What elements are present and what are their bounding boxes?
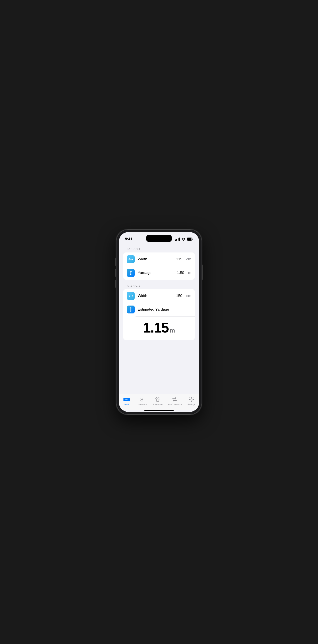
width-tab-icon: [123, 396, 130, 403]
fabric1-width-row[interactable]: Width 115 cm: [123, 252, 195, 266]
fabric2-estimated-icon-box: [127, 306, 135, 314]
svg-rect-2: [187, 238, 192, 240]
tab-settings[interactable]: Settings: [185, 396, 198, 406]
settings-tab-icon: [188, 396, 195, 403]
phone-device: 9:41: [116, 230, 202, 414]
fabric2-section-label: FABRIC 2: [123, 284, 195, 287]
tab-allocation-label: Allocation: [153, 404, 162, 406]
fabric2-width-unit: cm: [186, 294, 191, 298]
svg-rect-17: [126, 399, 127, 400]
tab-unit-conversion[interactable]: Unit Conversion: [167, 396, 182, 406]
fabric1-width-icon-box: [127, 255, 135, 263]
svg-rect-14: [124, 399, 124, 400]
svg-rect-20: [129, 399, 129, 400]
tab-width[interactable]: Width: [120, 396, 133, 406]
fabric2-width-value: 150: [176, 294, 182, 298]
fabric2-width-label: Width: [138, 294, 173, 298]
dynamic-island: [146, 235, 172, 242]
tab-width-label: Width: [124, 404, 130, 406]
fabric1-card: Width 115 cm Yardage 1.50 m: [123, 252, 195, 280]
main-content: FABRIC 1 Width 115 cm: [119, 243, 199, 394]
svg-point-22: [190, 399, 192, 400]
tab-bar: Width $ Monetary Alloc: [119, 394, 199, 410]
battery-icon: [187, 238, 193, 240]
tab-allocation[interactable]: Allocation: [151, 396, 164, 406]
unit-conversion-tab-icon: [171, 396, 178, 403]
fabric2-width-icon-box: [127, 292, 135, 300]
fabric1-width-label: Width: [138, 257, 173, 262]
fabric1-yardage-value: 1.50: [177, 271, 184, 275]
svg-text:$: $: [140, 396, 143, 402]
monetary-tab-icon: $: [139, 396, 146, 403]
tab-settings-label: Settings: [187, 404, 195, 406]
svg-point-0: [183, 240, 184, 240]
fabric2-width-row[interactable]: Width 150 cm: [123, 289, 195, 303]
svg-rect-19: [128, 399, 128, 400]
tab-monetary-label: Monetary: [138, 404, 147, 406]
signal-icon: [175, 238, 180, 240]
fabric2-estimated-label: Estimated Yardage: [138, 307, 191, 312]
status-icons: [175, 238, 193, 240]
fabric2-estimated-row[interactable]: Estimated Yardage: [123, 303, 195, 316]
fabric1-width-unit: cm: [186, 257, 191, 262]
fabric1-section-label: FABRIC 1: [123, 248, 195, 251]
fabric1-yardage-row[interactable]: Yardage 1.50 m: [123, 266, 195, 280]
phone-screen: 9:41: [119, 232, 199, 412]
tab-unit-conversion-label: Unit Conversion: [167, 404, 182, 406]
svg-rect-15: [125, 399, 125, 400]
home-indicator: [119, 410, 199, 412]
estimated-result: 1.15m: [123, 316, 195, 340]
svg-rect-18: [127, 399, 128, 400]
svg-rect-16: [126, 399, 126, 400]
status-time: 9:41: [125, 237, 132, 241]
fabric1-yardage-unit: m: [188, 271, 191, 275]
tab-monetary[interactable]: $ Monetary: [136, 396, 149, 406]
wifi-icon: [181, 238, 185, 240]
home-indicator-bar: [144, 410, 174, 411]
fabric1-yardage-icon-box: [127, 269, 135, 277]
estimated-value: 1.15: [143, 320, 169, 336]
allocation-tab-icon: [154, 396, 161, 403]
fabric1-width-value: 115: [176, 257, 182, 262]
estimated-unit: m: [170, 327, 175, 334]
fabric2-card: Width 150 cm Estimated Yardage 1.15m: [123, 289, 195, 340]
fabric1-yardage-label: Yardage: [138, 271, 174, 275]
